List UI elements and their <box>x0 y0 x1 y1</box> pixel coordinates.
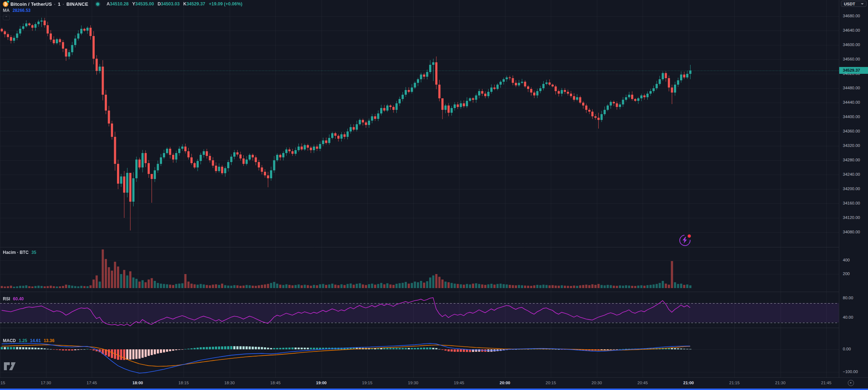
time-tick-label: 20:45 <box>638 381 648 385</box>
price-tick-label: 34640.00 <box>843 28 860 32</box>
clock-icon[interactable] <box>848 380 854 386</box>
price-tick-label: 34120.00 <box>843 215 860 220</box>
chart-header: ₿ Bitcoin / TetherUS · 1 · BINANCE A3451… <box>3 1 242 7</box>
price-tick-label: 34160.00 <box>843 201 860 205</box>
ma-label: MA <box>3 8 10 13</box>
rsi-value: 60.40 <box>13 296 24 301</box>
notification-dot <box>688 234 691 238</box>
volume-tick-label: 400 <box>843 258 850 262</box>
collapse-legend-button[interactable]: ⌃ <box>3 15 10 20</box>
chevron-down-icon <box>861 3 864 5</box>
macd-indicator-row[interactable]: MACD 1.25 14.61 13.36 <box>3 338 54 343</box>
tradingview-logo[interactable] <box>3 362 18 371</box>
price-tick-label: 34560.00 <box>843 57 860 61</box>
time-tick-label: 20:30 <box>592 381 602 385</box>
time-tick-label: 19:30 <box>408 381 418 385</box>
time-tick-label: 21:30 <box>775 381 786 385</box>
high-label: Y <box>132 1 135 6</box>
low-label: D <box>158 1 161 6</box>
separator: · <box>54 1 55 7</box>
time-tick-label: 19:00 <box>316 381 327 385</box>
volume-indicator-row[interactable]: Hacim · BTC 35 <box>3 250 36 255</box>
time-tick-label: 18:30 <box>224 381 235 385</box>
provider-badge-icon <box>7 0 9 3</box>
close-value: 34529.37 <box>186 1 205 6</box>
market-status-icon[interactable] <box>96 3 99 6</box>
rsi-label: RSI <box>3 296 10 301</box>
ohlc-values: A34510.28 Y34535.00 D34503.03 K34529.37 … <box>107 1 242 6</box>
currency-selector[interactable]: USDT <box>841 1 867 7</box>
separator: · <box>63 1 64 7</box>
price-tick-label: 34440.00 <box>843 100 860 104</box>
time-tick-label: 21:45 <box>821 381 832 385</box>
time-tick-label: 20:15 <box>546 381 556 385</box>
ma-value: 28266.53 <box>13 8 31 13</box>
price-tick-label: 34360.00 <box>843 129 860 133</box>
bitcoin-icon: ₿ <box>3 1 8 7</box>
rsi-indicator-row[interactable]: RSI 60.40 <box>3 296 24 301</box>
price-axis[interactable]: USDT 34680.0034640.0034600.0034560.00345… <box>839 0 868 377</box>
price-tick-label: 34400.00 <box>843 115 860 119</box>
price-tick-label: 34480.00 <box>843 86 860 90</box>
time-tick-label: 20:00 <box>500 381 510 385</box>
volume-value: 35 <box>31 250 36 255</box>
time-tick-label: 18:00 <box>132 381 143 385</box>
price-tick-label: 34600.00 <box>843 42 860 47</box>
boost-button[interactable] <box>679 234 691 246</box>
time-tick-label: 18:45 <box>270 381 281 385</box>
price-tick-label: 34280.00 <box>843 158 860 162</box>
price-tick-label: 34320.00 <box>843 143 860 148</box>
low-value: 34503.03 <box>161 1 180 6</box>
open-value: 34510.28 <box>110 1 129 6</box>
macd-label: MACD <box>3 338 16 343</box>
currency-label: USDT <box>844 2 855 6</box>
high-value: 34535.00 <box>135 1 154 6</box>
close-label: K <box>183 1 186 6</box>
volume-tick-label: 200 <box>843 272 850 276</box>
time-tick-label: 17:30 <box>41 381 51 385</box>
time-tick-label: 18:15 <box>179 381 189 385</box>
exchange-name[interactable]: BINANCE <box>66 1 88 7</box>
lightning-icon <box>682 237 688 244</box>
chart-canvas[interactable] <box>0 0 839 377</box>
macd-signal-value: 13.36 <box>44 338 54 343</box>
interval-value[interactable]: 1 <box>58 1 60 7</box>
rsi-tick-label: 40.00 <box>843 315 853 319</box>
rsi-tick-label: 80.00 <box>843 296 853 300</box>
change-value: +19.09 (+0.06%) <box>209 1 242 6</box>
time-axis[interactable]: 17:1517:3017:4518:0018:1518:3018:4519:00… <box>0 377 868 389</box>
macd-tick-label: −100.00 <box>843 369 858 374</box>
price-tick-label: 34200.00 <box>843 187 860 191</box>
time-tick-label: 19:45 <box>454 381 464 385</box>
last-price-badge: 34529.37 <box>839 67 868 74</box>
macd-tick-label: 0.00 <box>843 347 851 351</box>
price-tick-label: 34680.00 <box>843 14 860 18</box>
accent-strip <box>0 389 868 390</box>
time-tick-label: 17:15 <box>0 381 5 385</box>
open-label: A <box>107 1 110 6</box>
symbol-name[interactable]: Bitcoin / TetherUS <box>10 1 52 7</box>
price-tick-label: 34240.00 <box>843 172 860 176</box>
macd-hist-value: 1.25 <box>19 338 27 343</box>
ma-indicator-row[interactable]: MA 28266.53 <box>3 8 31 13</box>
time-tick-label: 19:15 <box>362 381 373 385</box>
time-tick-label: 21:15 <box>729 381 740 385</box>
price-tick-label: 34080.00 <box>843 230 860 234</box>
time-tick-label: 21:00 <box>683 381 694 385</box>
macd-line-value: 14.61 <box>30 338 41 343</box>
volume-label: Hacim · BTC <box>3 250 28 255</box>
trading-chart-app: { "header": { "symbol": "Bitcoin / Tethe… <box>0 0 868 390</box>
time-tick-label: 17:45 <box>87 381 97 385</box>
